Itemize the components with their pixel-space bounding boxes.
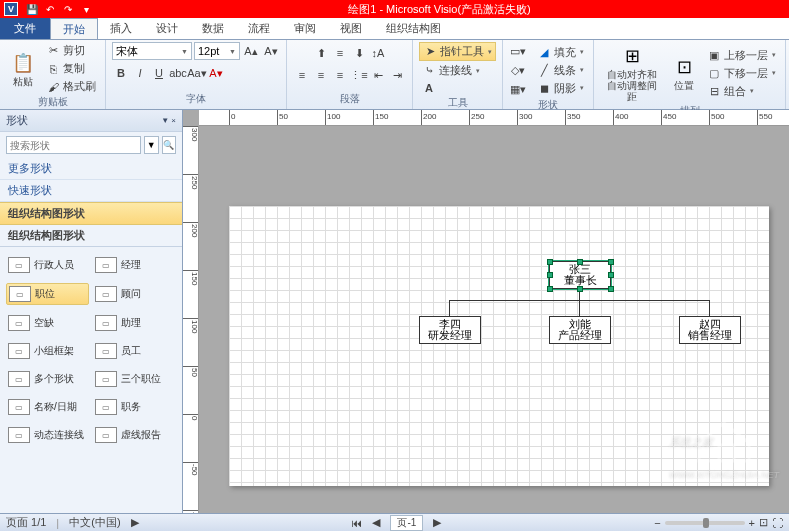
strike-button[interactable]: abc — [169, 64, 187, 82]
connector-icon: ⤷ — [422, 64, 436, 78]
font-name-select[interactable]: 宋体▼ — [112, 42, 192, 60]
shape-item[interactable]: ▭多个形状 — [6, 369, 89, 389]
tab-process[interactable]: 流程 — [236, 18, 282, 39]
org-box[interactable]: 刘能产品经理 — [549, 316, 611, 344]
fit-page-button[interactable]: ⊡ — [759, 516, 768, 529]
copy-button[interactable]: ⎘复制 — [43, 60, 99, 77]
tab-orgchart[interactable]: 组织结构图 — [374, 18, 453, 39]
shape-item[interactable]: ▭助理 — [93, 313, 176, 333]
copy-icon: ⎘ — [46, 62, 60, 76]
connector-tool-button[interactable]: ⤷连接线▾ — [419, 62, 496, 79]
shape-item[interactable]: ▭动态连接线 — [6, 425, 89, 445]
shape-item[interactable]: ▭职位 — [6, 283, 89, 305]
qat-dropdown-icon[interactable]: ▾ — [78, 2, 94, 16]
zoom-in-button[interactable]: + — [749, 517, 755, 529]
shapes-section[interactable]: 组织结构图形状 — [0, 202, 182, 225]
tab-view[interactable]: 视图 — [328, 18, 374, 39]
zoom-slider[interactable] — [665, 521, 745, 525]
shape-item[interactable]: ▭顾问 — [93, 283, 176, 305]
pointer-tool-button[interactable]: ➤指针工具▾ — [419, 42, 496, 61]
shape-label: 虚线报告 — [121, 428, 161, 442]
record-icon[interactable]: ▶ — [131, 516, 139, 529]
org-box[interactable]: 李四研发经理 — [419, 316, 481, 344]
text-format-button[interactable]: Aa▾ — [188, 64, 206, 82]
shape-item[interactable]: ▭经理 — [93, 255, 176, 275]
connector-line — [709, 300, 710, 316]
tab-review[interactable]: 审阅 — [282, 18, 328, 39]
search-dropdown-button[interactable]: ▼ — [144, 136, 159, 154]
chevron-down-icon[interactable]: ▼ × — [161, 116, 176, 125]
underline-button[interactable]: U — [150, 64, 168, 82]
shape-item[interactable]: ▭三个职位 — [93, 369, 176, 389]
indent-dec-button[interactable]: ⇤ — [369, 66, 387, 84]
search-input[interactable] — [6, 136, 141, 154]
tab-design[interactable]: 设计 — [144, 18, 190, 39]
bullets-button[interactable]: ⋮≡ — [350, 66, 368, 84]
chevron-down-icon: ▼ — [229, 48, 236, 55]
align-middle-button[interactable]: ≡ — [331, 44, 349, 62]
page-nav-first[interactable]: ⏮ — [351, 517, 362, 529]
decrease-font-button[interactable]: A▾ — [262, 42, 280, 60]
shape-item[interactable]: ▭名称/日期 — [6, 397, 89, 417]
group-button[interactable]: ⊟组合▾ — [704, 83, 779, 100]
full-screen-button[interactable]: ⛶ — [772, 517, 783, 529]
page-tab[interactable]: 页-1 — [390, 515, 423, 531]
tab-file[interactable]: 文件 — [0, 18, 50, 39]
language-indicator[interactable]: 中文(中国) — [69, 515, 120, 530]
text-direction-button[interactable]: ↕A — [369, 44, 387, 62]
search-button[interactable]: 🔍 — [162, 136, 177, 154]
more-shapes-link[interactable]: 更多形状 — [0, 158, 182, 180]
qat-undo-icon[interactable]: ↶ — [42, 2, 58, 16]
group-arrange: ⊞自动对齐和自动调整间距 ⊡位置 ▣上移一层▾ ▢下移一层▾ ⊟组合▾ 排列 — [594, 40, 786, 109]
paste-button[interactable]: 📋 粘贴 — [6, 49, 40, 89]
cut-button[interactable]: ✂剪切 — [43, 42, 99, 59]
tab-home[interactable]: 开始 — [50, 18, 98, 39]
page-indicator[interactable]: 页面 1/1 — [6, 515, 46, 530]
shape-item[interactable]: ▭空缺 — [6, 313, 89, 333]
quick-shapes-link[interactable]: 快速形状 — [0, 180, 182, 202]
shape-style-button[interactable]: ◇▾ — [509, 61, 527, 79]
shape-thumb-icon: ▭ — [8, 371, 30, 387]
shape-label: 经理 — [121, 258, 141, 272]
shadow-button[interactable]: ◼阴影▾ — [534, 80, 587, 97]
shape-item[interactable]: ▭职务 — [93, 397, 176, 417]
indent-inc-button[interactable]: ⇥ — [388, 66, 406, 84]
canvas[interactable]: 张三董事长李四研发经理刘能产品经理赵四销售经理 — [199, 126, 789, 513]
qat-redo-icon[interactable]: ↷ — [60, 2, 76, 16]
shape-picker-button[interactable]: ▭▾ — [509, 42, 527, 60]
tab-data[interactable]: 数据 — [190, 18, 236, 39]
org-box[interactable]: 张三董事长 — [549, 261, 611, 289]
page-nav-next[interactable]: ▶ — [433, 516, 441, 529]
shape-label: 名称/日期 — [34, 400, 77, 414]
align-right-button[interactable]: ≡ — [331, 66, 349, 84]
font-color-button[interactable]: A▾ — [207, 64, 225, 82]
page[interactable]: 张三董事长李四研发经理刘能产品经理赵四销售经理 — [229, 206, 769, 486]
qat-save-icon[interactable]: 💾 — [24, 2, 40, 16]
org-box[interactable]: 赵四销售经理 — [679, 316, 741, 344]
italic-button[interactable]: I — [131, 64, 149, 82]
align-center-button[interactable]: ≡ — [312, 66, 330, 84]
text-tool-button[interactable]: A — [419, 80, 496, 96]
send-backward-button[interactable]: ▢下移一层▾ — [704, 65, 779, 82]
shape-thumb-icon: ▭ — [95, 427, 117, 443]
page-nav-prev[interactable]: ◀ — [372, 516, 380, 529]
align-bottom-button[interactable]: ⬇ — [350, 44, 368, 62]
tab-insert[interactable]: 插入 — [98, 18, 144, 39]
align-top-button[interactable]: ⬆ — [312, 44, 330, 62]
shape-item[interactable]: ▭小组框架 — [6, 341, 89, 361]
shape-item[interactable]: ▭行政人员 — [6, 255, 89, 275]
zoom-out-button[interactable]: − — [654, 517, 660, 529]
format-painter-button[interactable]: 🖌格式刷 — [43, 78, 99, 95]
bold-button[interactable]: B — [112, 64, 130, 82]
fill-button[interactable]: ◢填充▾ — [534, 44, 587, 61]
align-left-button[interactable]: ≡ — [293, 66, 311, 84]
position-button[interactable]: ⊡位置 — [667, 53, 701, 93]
shape-item[interactable]: ▭员工 — [93, 341, 176, 361]
bring-forward-button[interactable]: ▣上移一层▾ — [704, 47, 779, 64]
auto-align-button[interactable]: ⊞自动对齐和自动调整间距 — [600, 42, 664, 104]
font-size-select[interactable]: 12pt▼ — [194, 42, 240, 60]
increase-font-button[interactable]: A▴ — [242, 42, 260, 60]
shape-item[interactable]: ▭虚线报告 — [93, 425, 176, 445]
shape-gallery-button[interactable]: ▦▾ — [509, 80, 527, 98]
line-button[interactable]: ╱线条▾ — [534, 62, 587, 79]
